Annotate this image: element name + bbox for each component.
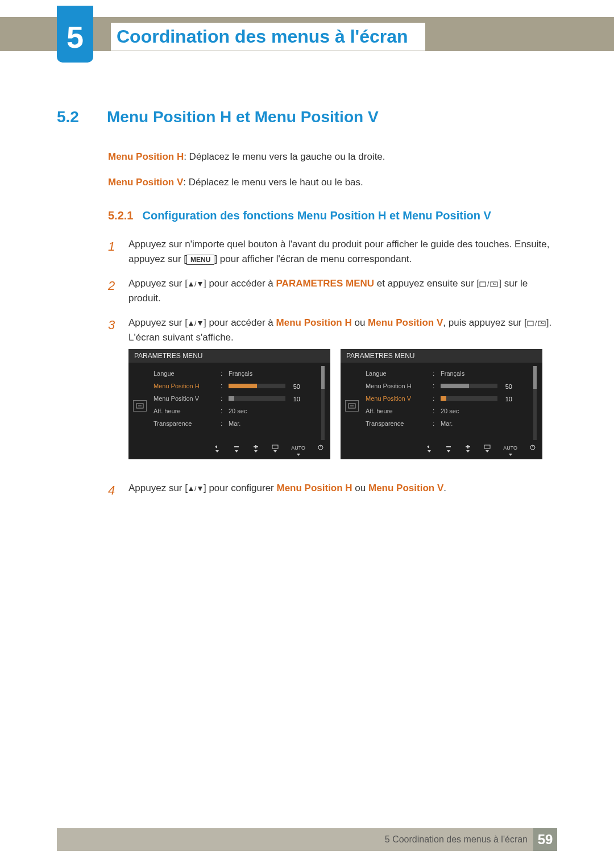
svg-marker-42	[198, 487, 202, 491]
osd-menu-v: PARAMETRES MENU Langue:Français Menu Pos…	[341, 349, 542, 459]
step-text: Appuyez sur [	[128, 317, 188, 328]
svg-marker-17	[235, 450, 238, 452]
footer-auto-icon[interactable]: AUTO	[503, 445, 517, 456]
svg-marker-37	[509, 454, 512, 456]
footer-plus-icon[interactable]	[252, 445, 259, 456]
up-down-icon: /	[188, 278, 204, 289]
step-text: , puis appuyez sur [	[443, 317, 526, 328]
svg-rect-16	[234, 446, 239, 447]
svg-marker-8	[198, 321, 202, 326]
svg-rect-3	[480, 282, 486, 286]
osd-label: Transparence	[366, 419, 429, 429]
svg-marker-20	[254, 450, 258, 452]
step-text: ] pour accéder à	[204, 278, 276, 289]
step-text: ou	[352, 317, 368, 328]
osd-label: Langue	[366, 369, 429, 379]
svg-marker-2	[198, 282, 202, 286]
step-2: 2 Appuyez sur [/] pour accéder à PARAMET…	[108, 276, 557, 305]
step-target: Menu Position V	[368, 483, 443, 493]
footer-minus-icon[interactable]	[445, 445, 452, 456]
footer-back-icon[interactable]	[214, 445, 221, 456]
svg-text:/: /	[194, 281, 197, 288]
section-title: Menu Position H et Menu Position V	[107, 108, 379, 126]
svg-text:/: /	[194, 320, 197, 327]
slider: 10	[229, 396, 285, 401]
svg-marker-22	[273, 450, 277, 452]
footer-power-icon[interactable]	[530, 445, 536, 456]
step-target: Menu Position H	[276, 483, 352, 493]
step-1: 1 Appuyez sur n'importe quel bouton à l'…	[108, 237, 557, 266]
footer-minus-icon[interactable]	[233, 445, 240, 456]
svg-rect-21	[272, 445, 278, 448]
scrollbar[interactable]	[533, 366, 537, 440]
svg-marker-40	[189, 487, 193, 491]
svg-marker-31	[447, 450, 450, 452]
footer-auto-icon[interactable]: AUTO	[291, 445, 305, 456]
footer-auto-label: AUTO	[503, 445, 517, 452]
svg-rect-9	[528, 321, 533, 326]
step-3: 3 Appuyez sur [/] pour accéder à Menu Po…	[108, 315, 557, 471]
intro-v-text: : Déplacez le menu vers le haut ou le ba…	[183, 177, 363, 188]
svg-marker-6	[189, 321, 193, 326]
svg-rect-35	[484, 445, 490, 448]
footer-back-icon[interactable]	[426, 445, 433, 456]
step-target: Menu Position V	[368, 317, 443, 328]
svg-rect-33	[466, 446, 470, 447]
footer-enter-icon[interactable]	[484, 445, 491, 456]
chapter-number-box: 5	[57, 6, 93, 63]
osd-label: Langue	[154, 369, 217, 379]
slider[interactable]: 10	[441, 396, 497, 401]
osd-tab-icon[interactable]	[345, 400, 359, 412]
osd-value: Français	[441, 369, 464, 379]
svg-marker-28	[427, 445, 429, 448]
osd-tab-icon[interactable]	[133, 400, 147, 412]
svg-marker-29	[428, 450, 431, 452]
footer-auto-label: AUTO	[291, 445, 305, 452]
svg-marker-15	[215, 450, 219, 452]
footer-plus-icon[interactable]	[464, 445, 471, 456]
osd-label-selected[interactable]: Menu Position V	[366, 394, 429, 404]
source-enter-icon: /	[479, 278, 499, 289]
chapter-title: Coordination des menus à l'écran	[111, 23, 425, 51]
subsection-title: Configuration des fonctions Menu Positio…	[142, 209, 491, 222]
slider-value: 10	[293, 394, 300, 404]
step-4: 4 Appuyez sur [/] pour configurer Menu P…	[108, 481, 557, 500]
source-enter-icon: /	[527, 317, 546, 328]
step-text: ] pour afficher l'écran de menu correspo…	[214, 254, 412, 264]
intro-block: Menu Position H: Déplacez le menu vers l…	[108, 149, 557, 190]
svg-marker-23	[297, 454, 300, 456]
osd-value: Mar.	[441, 419, 453, 429]
intro-v-label: Menu Position V	[108, 177, 183, 188]
svg-marker-0	[189, 282, 193, 286]
step-num: 2	[108, 276, 118, 305]
subsection-number: 5.2.1	[108, 209, 133, 222]
osd-title: PARAMETRES MENU	[341, 349, 542, 363]
svg-rect-19	[254, 446, 258, 447]
svg-marker-36	[486, 450, 489, 452]
slider: 50	[441, 384, 497, 388]
svg-rect-30	[446, 446, 451, 447]
svg-text:/: /	[535, 320, 537, 327]
svg-marker-14	[215, 445, 217, 448]
footer-bar: 5 Coordination des menus à l'écran 59	[57, 828, 557, 851]
osd-menu-h: PARAMETRES MENU Langue:Français Menu Pos…	[128, 349, 330, 459]
scrollbar[interactable]	[321, 366, 325, 440]
intro-h-text: : Déplacez le menu vers la gauche ou la …	[184, 151, 385, 162]
osd-label: Menu Position V	[154, 394, 217, 404]
step-num: 3	[108, 315, 118, 471]
osd-title: PARAMETRES MENU	[128, 349, 330, 363]
page-number: 59	[533, 828, 557, 851]
footer-text: 5 Coordination des menus à l'écran	[385, 834, 528, 845]
svg-marker-34	[466, 450, 470, 452]
slider[interactable]: 50	[229, 384, 285, 388]
osd-label-selected[interactable]: Menu Position H	[154, 381, 217, 391]
footer-power-icon[interactable]	[318, 445, 323, 456]
slider-value: 50	[293, 382, 300, 392]
footer-enter-icon[interactable]	[272, 445, 279, 456]
step-num: 4	[108, 481, 118, 500]
up-down-icon: /	[188, 483, 204, 493]
osd-label: Menu Position H	[366, 381, 429, 391]
osd-value: 20 sec	[441, 406, 459, 416]
slider-value: 10	[505, 394, 512, 404]
osd-label: Transparence	[154, 419, 217, 429]
